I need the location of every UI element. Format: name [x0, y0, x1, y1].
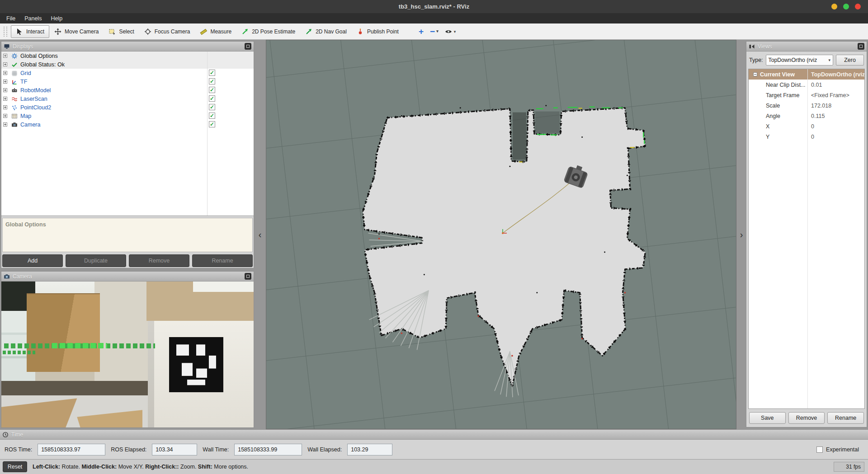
visibility-button[interactable]: [442, 28, 459, 35]
reset-button[interactable]: Reset: [3, 461, 27, 472]
expander-icon[interactable]: [3, 88, 7, 92]
view-prop-name: Current View: [760, 71, 795, 78]
camera-undock-button[interactable]: [245, 273, 251, 280]
expander-icon[interactable]: [3, 105, 7, 109]
tree-row-grid[interactable]: Grid: [1, 69, 254, 77]
views-panel-icon: [749, 43, 755, 50]
tree-row-label: Camera: [20, 122, 40, 128]
toolbar-handle[interactable]: [4, 27, 7, 37]
views-undock-button[interactable]: [858, 43, 864, 50]
camera-panel-header[interactable]: Camera: [1, 272, 254, 282]
tool-2d-nav-goal[interactable]: 2D Nav Goal: [300, 25, 352, 38]
rename-view-button[interactable]: Rename: [827, 412, 864, 424]
tree-row-map[interactable]: Map: [1, 112, 254, 120]
displays-panel-icon: [4, 43, 10, 50]
tool-label: 2D Nav Goal: [316, 28, 347, 35]
minimize-button[interactable]: [831, 4, 837, 9]
view-row-near-clip[interactable]: Near Clip Dist... 0.01: [749, 80, 864, 90]
tool-interact[interactable]: Interact: [11, 25, 49, 38]
3d-viewport[interactable]: [266, 40, 736, 429]
displays-undock-button[interactable]: [245, 43, 251, 50]
zero-button[interactable]: Zero: [836, 55, 864, 66]
tree-row-label: TF: [20, 79, 27, 85]
cardboard-box: [27, 293, 100, 372]
view-type-dropdown[interactable]: TopDownOrtho (rviz: [766, 55, 833, 66]
expander-icon[interactable]: [3, 114, 7, 118]
zoom-out-button[interactable]: −: [427, 27, 442, 36]
map-checkbox[interactable]: [209, 113, 215, 119]
status-bar: Reset Left-Click: Rotate. Middle-Click: …: [0, 459, 868, 474]
tf-checkbox[interactable]: [209, 78, 215, 84]
time-panel-title: Time: [11, 432, 23, 438]
experimental-checkbox[interactable]: [816, 446, 823, 453]
tree-row-label: Grid: [20, 70, 31, 76]
pointcloud2-checkbox[interactable]: [209, 104, 215, 110]
robotmodel-checkbox[interactable]: [209, 87, 215, 93]
view-row-y[interactable]: Y 0: [749, 131, 864, 142]
collapse-right-panel-handle[interactable]: [737, 229, 745, 240]
wall-elapsed-field[interactable]: 103.29: [347, 444, 392, 455]
expander-icon[interactable]: [3, 80, 7, 84]
duplicate-display-button[interactable]: Duplicate: [66, 254, 126, 267]
expander-icon[interactable]: [753, 72, 757, 76]
nav-goal-arrow-icon: [305, 28, 312, 35]
back-wall: [94, 282, 147, 384]
camera-panel-title: Camera: [13, 273, 32, 280]
expander-icon[interactable]: [3, 122, 7, 127]
view-row-x[interactable]: X 0: [749, 121, 864, 131]
view-row-current-view[interactable]: Current View TopDownOrtho (rviz): [749, 69, 864, 80]
menu-file[interactable]: File: [2, 14, 20, 23]
rename-display-button[interactable]: Rename: [192, 254, 253, 267]
collapse-left-panel-handle[interactable]: [256, 229, 264, 240]
view-row-target-frame[interactable]: Target Frame <Fixed Frame>: [749, 90, 864, 100]
tree-row-global-status[interactable]: Global Status: Ok: [1, 60, 254, 69]
expander-icon[interactable]: [3, 97, 7, 101]
add-display-button[interactable]: Add: [2, 254, 63, 267]
remove-view-button[interactable]: Remove: [788, 412, 825, 424]
feature-trail-short: [3, 351, 36, 354]
white-box-top-right: [193, 282, 254, 292]
tree-row-robotmodel[interactable]: RobotModel: [1, 86, 254, 94]
tool-publish-point[interactable]: Publish Point: [352, 25, 404, 38]
tool-measure[interactable]: Measure: [195, 25, 236, 38]
tree-row-laserscan[interactable]: LaserScan: [1, 94, 254, 103]
menu-panels[interactable]: Panels: [20, 14, 46, 23]
time-panel-header[interactable]: Time: [0, 430, 868, 440]
property-description-title: Global Options: [5, 221, 46, 228]
wall-time-field[interactable]: 1585108333.99: [234, 444, 302, 455]
remove-display-button[interactable]: Remove: [129, 254, 189, 267]
time-panel: Time ROS Time: 1585108333.97 ROS Elapsed…: [0, 429, 868, 459]
menu-help[interactable]: Help: [46, 14, 67, 23]
grid-checkbox[interactable]: [209, 70, 215, 76]
save-view-button[interactable]: Save: [749, 412, 786, 424]
close-button[interactable]: [855, 4, 861, 9]
camera-checkbox[interactable]: [209, 121, 215, 127]
tree-row-pointcloud2[interactable]: PointCloud2: [1, 103, 254, 112]
expander-icon[interactable]: [3, 54, 7, 58]
ros-time-field[interactable]: 1585108333.97: [38, 444, 105, 455]
displays-panel-header[interactable]: Displays: [1, 42, 254, 52]
ros-elapsed-field[interactable]: 103.34: [152, 444, 197, 455]
tree-row-label: RobotModel: [20, 87, 51, 94]
tree-row-label: LaserScan: [20, 96, 47, 102]
tree-row-global-options[interactable]: Global Options: [1, 52, 254, 60]
tool-focus-camera[interactable]: Focus Camera: [139, 25, 195, 38]
maximize-button[interactable]: [843, 4, 849, 9]
zoom-in-button[interactable]: +: [415, 27, 427, 36]
expander-icon[interactable]: [3, 62, 7, 66]
laserscan-checkbox[interactable]: [209, 95, 215, 102]
rviz-window: tb3_hsc_slam.rviz* - RViz File Panels He…: [0, 0, 868, 474]
tool-2d-pose-estimate[interactable]: 2D Pose Estimate: [236, 25, 300, 38]
view-row-scale[interactable]: Scale 172.018: [749, 100, 864, 111]
tree-row-label: Global Options: [20, 53, 58, 59]
displays-tree: Global Options Global Status: Ok Grid T: [1, 52, 254, 216]
view-type-value: TopDownOrtho (rviz: [769, 57, 817, 63]
tool-move-camera[interactable]: Move Camera: [49, 25, 104, 38]
tree-row-camera[interactable]: Camera: [1, 120, 254, 129]
tree-row-tf[interactable]: TF: [1, 77, 254, 86]
view-row-angle[interactable]: Angle 0.115: [749, 111, 864, 121]
views-panel: Views Type: TopDownOrtho (rviz Zero Curr…: [746, 41, 867, 427]
expander-icon[interactable]: [3, 71, 7, 75]
views-panel-header[interactable]: Views: [746, 42, 867, 52]
tool-select[interactable]: Select: [104, 25, 139, 38]
